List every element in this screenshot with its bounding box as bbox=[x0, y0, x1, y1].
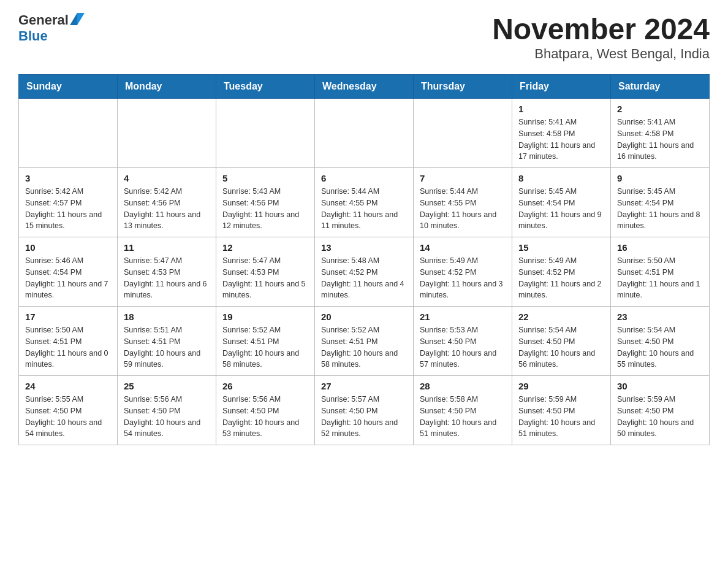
day-number-13: 13 bbox=[321, 242, 407, 253]
day-number-6: 6 bbox=[321, 173, 407, 183]
day-cell-21: 21Sunrise: 5:53 AM Sunset: 4:50 PM Dayli… bbox=[414, 307, 512, 376]
day-info-20: Sunrise: 5:52 AM Sunset: 4:51 PM Dayligh… bbox=[321, 324, 407, 370]
day-info-1: Sunrise: 5:41 AM Sunset: 4:58 PM Dayligh… bbox=[518, 117, 604, 163]
day-cell-29: 29Sunrise: 5:59 AM Sunset: 4:50 PM Dayli… bbox=[512, 376, 611, 445]
day-cell-23: 23Sunrise: 5:54 AM Sunset: 4:50 PM Dayli… bbox=[611, 307, 710, 376]
weekday-header-thursday: Thursday bbox=[414, 75, 512, 99]
day-cell-6: 6Sunrise: 5:44 AM Sunset: 4:55 PM Daylig… bbox=[315, 168, 414, 237]
day-cell-10: 10Sunrise: 5:46 AM Sunset: 4:54 PM Dayli… bbox=[19, 237, 118, 307]
logo-arrow-right bbox=[70, 13, 77, 25]
day-number-17: 17 bbox=[25, 312, 111, 322]
day-info-21: Sunrise: 5:53 AM Sunset: 4:50 PM Dayligh… bbox=[420, 324, 506, 370]
week-row-4: 17Sunrise: 5:50 AM Sunset: 4:51 PM Dayli… bbox=[19, 307, 710, 376]
day-number-3: 3 bbox=[25, 173, 111, 183]
day-cell-11: 11Sunrise: 5:47 AM Sunset: 4:53 PM Dayli… bbox=[118, 237, 216, 307]
day-cell-14: 14Sunrise: 5:49 AM Sunset: 4:52 PM Dayli… bbox=[414, 237, 512, 307]
day-info-5: Sunrise: 5:43 AM Sunset: 4:56 PM Dayligh… bbox=[222, 186, 308, 232]
day-number-21: 21 bbox=[420, 312, 506, 322]
day-cell-3: 3Sunrise: 5:42 AM Sunset: 4:57 PM Daylig… bbox=[19, 168, 118, 237]
day-info-30: Sunrise: 5:59 AM Sunset: 4:50 PM Dayligh… bbox=[617, 394, 703, 440]
page-header: General Blue November 2024 Bhatpara, Wes… bbox=[18, 12, 710, 62]
day-info-12: Sunrise: 5:47 AM Sunset: 4:53 PM Dayligh… bbox=[222, 255, 308, 301]
day-cell-15: 15Sunrise: 5:49 AM Sunset: 4:52 PM Dayli… bbox=[512, 237, 611, 307]
weekday-header-saturday: Saturday bbox=[611, 75, 710, 99]
empty-cell bbox=[118, 99, 216, 168]
weekday-header-wednesday: Wednesday bbox=[315, 75, 414, 99]
day-number-8: 8 bbox=[518, 173, 604, 183]
day-info-16: Sunrise: 5:50 AM Sunset: 4:51 PM Dayligh… bbox=[617, 255, 703, 301]
day-number-29: 29 bbox=[518, 381, 604, 391]
day-number-15: 15 bbox=[518, 242, 604, 253]
day-cell-4: 4Sunrise: 5:42 AM Sunset: 4:56 PM Daylig… bbox=[118, 168, 216, 237]
day-number-11: 11 bbox=[124, 242, 210, 253]
day-info-23: Sunrise: 5:54 AM Sunset: 4:50 PM Dayligh… bbox=[617, 324, 703, 370]
weekday-header-sunday: Sunday bbox=[19, 75, 118, 99]
day-info-4: Sunrise: 5:42 AM Sunset: 4:56 PM Dayligh… bbox=[124, 186, 210, 232]
day-info-28: Sunrise: 5:58 AM Sunset: 4:50 PM Dayligh… bbox=[420, 394, 506, 440]
day-cell-25: 25Sunrise: 5:56 AM Sunset: 4:50 PM Dayli… bbox=[118, 376, 216, 445]
logo-blue-text: Blue bbox=[18, 28, 48, 44]
day-number-26: 26 bbox=[222, 381, 308, 391]
day-number-23: 23 bbox=[617, 312, 703, 322]
empty-cell bbox=[315, 99, 414, 168]
day-info-15: Sunrise: 5:49 AM Sunset: 4:52 PM Dayligh… bbox=[518, 255, 604, 301]
weekday-header-friday: Friday bbox=[512, 75, 611, 99]
week-row-5: 24Sunrise: 5:55 AM Sunset: 4:50 PM Dayli… bbox=[19, 376, 710, 445]
logo-arrow-left bbox=[77, 13, 85, 25]
day-info-8: Sunrise: 5:45 AM Sunset: 4:54 PM Dayligh… bbox=[518, 186, 604, 232]
day-number-18: 18 bbox=[124, 312, 210, 322]
day-cell-7: 7Sunrise: 5:44 AM Sunset: 4:55 PM Daylig… bbox=[414, 168, 512, 237]
day-number-7: 7 bbox=[420, 173, 506, 183]
day-cell-18: 18Sunrise: 5:51 AM Sunset: 4:51 PM Dayli… bbox=[118, 307, 216, 376]
day-info-26: Sunrise: 5:56 AM Sunset: 4:50 PM Dayligh… bbox=[222, 394, 308, 440]
week-row-3: 10Sunrise: 5:46 AM Sunset: 4:54 PM Dayli… bbox=[19, 237, 710, 307]
day-info-11: Sunrise: 5:47 AM Sunset: 4:53 PM Dayligh… bbox=[124, 255, 210, 301]
day-cell-20: 20Sunrise: 5:52 AM Sunset: 4:51 PM Dayli… bbox=[315, 307, 414, 376]
day-cell-28: 28Sunrise: 5:58 AM Sunset: 4:50 PM Dayli… bbox=[414, 376, 512, 445]
weekday-header-monday: Monday bbox=[118, 75, 216, 99]
calendar-subtitle: Bhatpara, West Bengal, India bbox=[492, 46, 710, 62]
day-number-10: 10 bbox=[25, 242, 111, 253]
day-number-16: 16 bbox=[617, 242, 703, 253]
logo: General Blue bbox=[18, 12, 85, 44]
day-cell-1: 1Sunrise: 5:41 AM Sunset: 4:58 PM Daylig… bbox=[512, 99, 611, 168]
day-cell-24: 24Sunrise: 5:55 AM Sunset: 4:50 PM Dayli… bbox=[19, 376, 118, 445]
day-info-22: Sunrise: 5:54 AM Sunset: 4:50 PM Dayligh… bbox=[518, 324, 604, 370]
day-cell-19: 19Sunrise: 5:52 AM Sunset: 4:51 PM Dayli… bbox=[216, 307, 315, 376]
day-info-17: Sunrise: 5:50 AM Sunset: 4:51 PM Dayligh… bbox=[25, 324, 111, 370]
day-number-9: 9 bbox=[617, 173, 703, 183]
calendar-title: November 2024 bbox=[492, 12, 710, 46]
day-info-14: Sunrise: 5:49 AM Sunset: 4:52 PM Dayligh… bbox=[420, 255, 506, 301]
day-number-25: 25 bbox=[124, 381, 210, 391]
day-info-18: Sunrise: 5:51 AM Sunset: 4:51 PM Dayligh… bbox=[124, 324, 210, 370]
empty-cell bbox=[216, 99, 315, 168]
day-info-10: Sunrise: 5:46 AM Sunset: 4:54 PM Dayligh… bbox=[25, 255, 111, 301]
day-cell-12: 12Sunrise: 5:47 AM Sunset: 4:53 PM Dayli… bbox=[216, 237, 315, 307]
day-number-5: 5 bbox=[222, 173, 308, 183]
day-info-24: Sunrise: 5:55 AM Sunset: 4:50 PM Dayligh… bbox=[25, 394, 111, 440]
day-number-28: 28 bbox=[420, 381, 506, 391]
day-info-7: Sunrise: 5:44 AM Sunset: 4:55 PM Dayligh… bbox=[420, 186, 506, 232]
day-info-19: Sunrise: 5:52 AM Sunset: 4:51 PM Dayligh… bbox=[222, 324, 308, 370]
day-info-2: Sunrise: 5:41 AM Sunset: 4:58 PM Dayligh… bbox=[617, 117, 703, 163]
day-info-25: Sunrise: 5:56 AM Sunset: 4:50 PM Dayligh… bbox=[124, 394, 210, 440]
week-row-2: 3Sunrise: 5:42 AM Sunset: 4:57 PM Daylig… bbox=[19, 168, 710, 237]
day-info-9: Sunrise: 5:45 AM Sunset: 4:54 PM Dayligh… bbox=[617, 186, 703, 232]
day-cell-8: 8Sunrise: 5:45 AM Sunset: 4:54 PM Daylig… bbox=[512, 168, 611, 237]
day-number-1: 1 bbox=[518, 104, 604, 114]
day-cell-5: 5Sunrise: 5:43 AM Sunset: 4:56 PM Daylig… bbox=[216, 168, 315, 237]
title-section: November 2024 Bhatpara, West Bengal, Ind… bbox=[492, 12, 710, 62]
day-info-13: Sunrise: 5:48 AM Sunset: 4:52 PM Dayligh… bbox=[321, 255, 407, 301]
day-cell-22: 22Sunrise: 5:54 AM Sunset: 4:50 PM Dayli… bbox=[512, 307, 611, 376]
day-number-24: 24 bbox=[25, 381, 111, 391]
logo-general-text: General bbox=[18, 12, 69, 28]
day-info-3: Sunrise: 5:42 AM Sunset: 4:57 PM Dayligh… bbox=[25, 186, 111, 232]
day-cell-30: 30Sunrise: 5:59 AM Sunset: 4:50 PM Dayli… bbox=[611, 376, 710, 445]
day-number-19: 19 bbox=[222, 312, 308, 322]
week-row-1: 1Sunrise: 5:41 AM Sunset: 4:58 PM Daylig… bbox=[19, 99, 710, 168]
weekday-header-tuesday: Tuesday bbox=[216, 75, 315, 99]
day-info-6: Sunrise: 5:44 AM Sunset: 4:55 PM Dayligh… bbox=[321, 186, 407, 232]
day-cell-2: 2Sunrise: 5:41 AM Sunset: 4:58 PM Daylig… bbox=[611, 99, 710, 168]
day-number-12: 12 bbox=[222, 242, 308, 253]
day-number-14: 14 bbox=[420, 242, 506, 253]
